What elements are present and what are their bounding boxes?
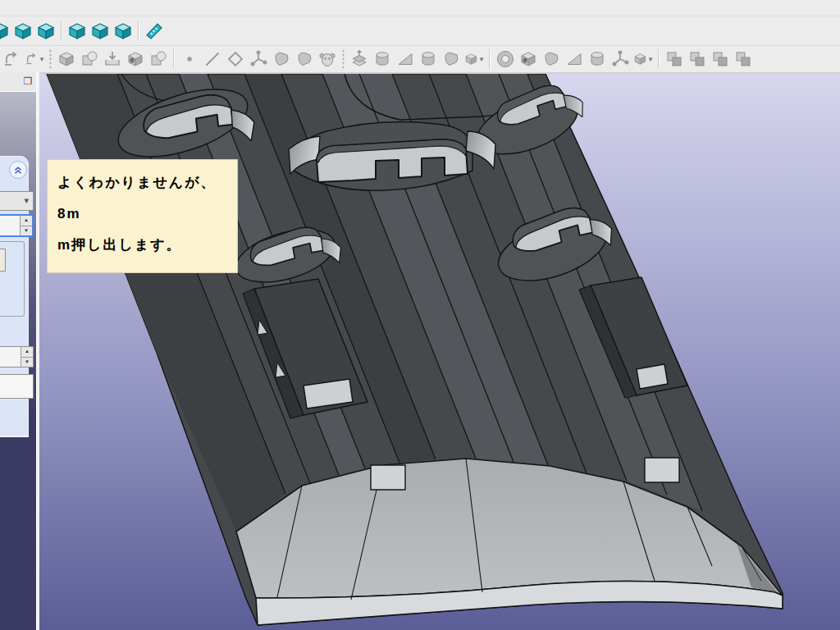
- shape-from-sketch-icon[interactable]: [79, 48, 100, 70]
- extrude-icon[interactable]: [349, 48, 370, 70]
- angle-spinbox[interactable]: ▲▼: [0, 346, 34, 368]
- chevron-double-up-icon[interactable]: [9, 161, 27, 179]
- toolbar-separator: [342, 49, 345, 69]
- shape-builder-icon[interactable]: ▾: [632, 48, 654, 70]
- point-icon[interactable]: [179, 48, 200, 70]
- spin-up-icon[interactable]: ▲: [21, 347, 33, 358]
- import-shape-icon[interactable]: [102, 48, 123, 70]
- shape-check-icon[interactable]: [148, 48, 169, 70]
- export-link-icon[interactable]: [1, 48, 22, 70]
- boolean-common-icon[interactable]: [710, 48, 731, 70]
- note-line2: m押し出します。: [57, 237, 182, 253]
- export-link-group-icon[interactable]: ▾: [24, 48, 45, 70]
- surface-trim-icon[interactable]: [294, 48, 315, 70]
- part-elbow-icon[interactable]: [587, 48, 608, 70]
- dropdown-arrow-icon[interactable]: ▾: [480, 55, 485, 63]
- polygon-icon[interactable]: [225, 48, 246, 70]
- toolbar-separator: [658, 49, 660, 69]
- view-rear-icon[interactable]: [89, 21, 111, 42]
- part-toolbar: ▾▾▾: [0, 45, 840, 73]
- primitives-icon[interactable]: ▾: [463, 48, 485, 70]
- line-icon[interactable]: [202, 48, 223, 70]
- 3d-viewport[interactable]: よくわかりませんが、8m m押し出します。: [39, 72, 840, 630]
- mirror-shape-icon[interactable]: [395, 48, 416, 70]
- part-hole-icon[interactable]: [518, 48, 539, 70]
- dropdown-arrow-icon[interactable]: ▾: [40, 55, 45, 63]
- annotation-note: よくわかりませんが、8m m押し出します。: [47, 159, 238, 273]
- view-bottom-icon[interactable]: [112, 21, 134, 42]
- coordinate-axes-icon[interactable]: [248, 48, 269, 70]
- length-spinbox[interactable]: ▲▼: [0, 214, 34, 237]
- refine-shape-icon[interactable]: [317, 48, 338, 70]
- surface-patch-icon[interactable]: [271, 48, 292, 70]
- part-wedge-icon[interactable]: [564, 48, 585, 70]
- view-toolbar: [0, 16, 840, 45]
- toolbar-separator: [489, 49, 491, 69]
- group-mini-field[interactable]: [0, 249, 6, 272]
- toolbar-separator: [138, 21, 139, 41]
- spin-down-icon[interactable]: ▼: [21, 358, 33, 368]
- window-title-strip: [0, 0, 840, 16]
- task-panel: ❐ ▾ ▲▼ ▲▼: [0, 72, 36, 630]
- view-right-icon[interactable]: [66, 21, 88, 42]
- chevron-down-icon: ▾: [24, 195, 29, 206]
- part-box-icon[interactable]: [125, 48, 146, 70]
- spin-up-icon[interactable]: ▲: [21, 216, 32, 226]
- task-panel-titlebar: ❐: [0, 72, 36, 92]
- part-helix-icon[interactable]: [609, 48, 631, 70]
- revolve-icon[interactable]: [372, 48, 393, 70]
- view-top-icon[interactable]: [35, 21, 57, 42]
- task-combobox[interactable]: ▾: [0, 191, 34, 211]
- fillet-icon[interactable]: [418, 48, 439, 70]
- spin-down-icon[interactable]: ▼: [21, 226, 32, 236]
- part-join-icon[interactable]: [541, 48, 562, 70]
- options-groupframe: [0, 241, 25, 317]
- toolbar-separator: [61, 21, 62, 41]
- sweep-icon[interactable]: [441, 48, 462, 70]
- part-solid-icon[interactable]: [56, 48, 77, 70]
- view-isometric-icon[interactable]: [0, 21, 11, 42]
- boolean-cut-icon[interactable]: [687, 48, 708, 70]
- boolean-section-icon[interactable]: [733, 48, 754, 70]
- 3d-scene[interactable]: [39, 74, 840, 630]
- view-front-icon[interactable]: [12, 21, 34, 42]
- boolean-union-icon[interactable]: [664, 48, 685, 70]
- dropdown-arrow-icon[interactable]: ▾: [649, 55, 654, 63]
- toolbar-separator: [49, 49, 52, 69]
- toolbar-separator: [173, 49, 175, 69]
- measure-distance-icon[interactable]: [144, 21, 165, 42]
- part-torus-icon[interactable]: [495, 48, 516, 70]
- task-text-field[interactable]: [0, 374, 34, 399]
- restore-window-icon[interactable]: ❐: [22, 75, 34, 87]
- note-line1: よくわかりませんが、8m: [57, 175, 217, 221]
